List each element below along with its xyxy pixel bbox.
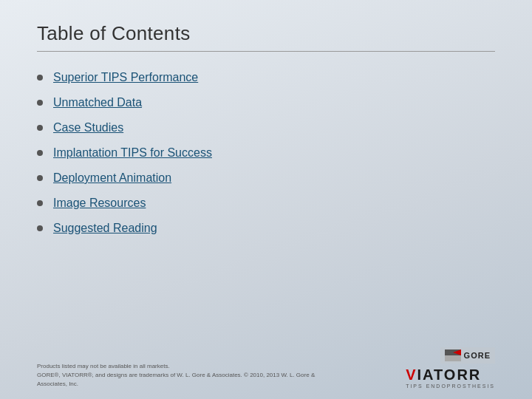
viatorr-text: VIATORR [406,366,481,383]
gore-badge: GORE [440,347,495,364]
bullet-icon [37,75,43,81]
toc-link-4[interactable]: Deployment Animation [53,171,171,185]
bullet-icon [37,150,43,156]
toc-item[interactable]: Implantation TIPS for Success [37,140,495,166]
logo-area: GORE VIATORR TIPS ENDOPROSTHESIS [406,347,495,389]
footer-line1: Products listed may not be available in … [37,362,318,371]
footer-line2: GORE®, VIATORR®, and designs are tradema… [37,371,318,389]
bullet-icon [37,225,43,231]
toc-link-3[interactable]: Implantation TIPS for Success [53,146,212,160]
viatorr-v: V [406,366,417,383]
footer: Products listed may not be available in … [37,347,495,389]
gore-flag-icon [445,349,461,361]
toc-item[interactable]: Superior TIPS Performance [37,65,495,90]
viatorr-logo: VIATORR TIPS ENDOPROSTHESIS [406,366,495,389]
toc-link-6[interactable]: Suggested Reading [53,222,157,235]
toc-list: Superior TIPS PerformanceUnmatched DataC… [37,65,495,241]
toc-link-0[interactable]: Superior TIPS Performance [53,71,198,84]
footer-text: Products listed may not be available in … [37,362,318,389]
title-divider [37,51,495,52]
toc-link-1[interactable]: Unmatched Data [53,96,142,109]
toc-item[interactable]: Suggested Reading [37,216,495,241]
viatorr-subtitle: TIPS ENDOPROSTHESIS [406,383,495,389]
bullet-icon [37,200,43,206]
toc-link-5[interactable]: Image Resources [53,197,146,210]
toc-item[interactable]: Deployment Animation [37,166,495,191]
gore-logo-text: GORE [464,351,491,360]
slide-container: Table of Contents Superior TIPS Performa… [0,0,532,399]
toc-item[interactable]: Image Resources [37,191,495,216]
bullet-icon [37,125,43,131]
toc-item[interactable]: Case Studies [37,115,495,140]
toc-item[interactable]: Unmatched Data [37,90,495,115]
bullet-icon [37,100,43,106]
toc-link-2[interactable]: Case Studies [53,121,123,134]
svg-rect-3 [445,355,461,361]
page-title: Table of Contents [37,22,495,45]
viatorr-rest: IATORR [417,366,481,383]
bullet-icon [37,175,43,181]
